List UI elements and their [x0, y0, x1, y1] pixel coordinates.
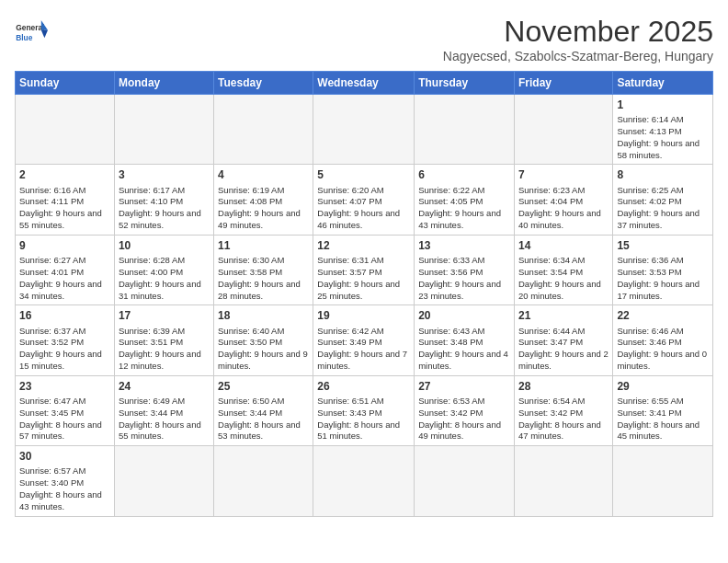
svg-text:General: General [16, 23, 44, 32]
day-number: 22 [617, 308, 709, 323]
day-number: 11 [218, 238, 309, 253]
day-info: Sunrise: 6:43 AMSunset: 3:48 PMDaylight:… [418, 326, 510, 373]
calendar-cell [214, 95, 313, 165]
calendar-cell: 8Sunrise: 6:25 AMSunset: 4:02 PMDaylight… [613, 165, 713, 235]
day-info: Sunrise: 6:39 AMSunset: 3:51 PMDaylight:… [119, 326, 210, 373]
day-number: 16 [19, 308, 110, 323]
day-number: 4 [218, 167, 309, 182]
week-row-4: 16Sunrise: 6:37 AMSunset: 3:52 PMDayligh… [16, 305, 713, 375]
day-number: 20 [418, 308, 510, 323]
day-info: Sunrise: 6:40 AMSunset: 3:50 PMDaylight:… [218, 326, 309, 373]
calendar-cell: 20Sunrise: 6:43 AMSunset: 3:48 PMDayligh… [415, 305, 515, 375]
day-info: Sunrise: 6:33 AMSunset: 3:56 PMDaylight:… [418, 255, 510, 302]
calendar-cell: 28Sunrise: 6:54 AMSunset: 3:42 PMDayligh… [514, 375, 612, 445]
day-info: Sunrise: 6:46 AMSunset: 3:46 PMDaylight:… [617, 326, 709, 373]
day-info: Sunrise: 6:42 AMSunset: 3:49 PMDaylight:… [317, 326, 410, 373]
week-row-1: 1Sunrise: 6:14 AMSunset: 4:13 PMDaylight… [16, 95, 713, 165]
day-info: Sunrise: 6:50 AMSunset: 3:44 PMDaylight:… [218, 396, 309, 442]
day-info: Sunrise: 6:14 AMSunset: 4:13 PMDaylight:… [617, 114, 709, 161]
day-number: 13 [418, 238, 510, 253]
header: General Blue November 2025 Nagyecsed, Sz… [15, 15, 713, 63]
day-info: Sunrise: 6:23 AMSunset: 4:04 PMDaylight:… [518, 185, 609, 232]
day-info: Sunrise: 6:37 AMSunset: 3:52 PMDaylight:… [19, 326, 110, 373]
day-info: Sunrise: 6:54 AMSunset: 3:42 PMDaylight:… [518, 396, 609, 442]
day-info: Sunrise: 6:53 AMSunset: 3:42 PMDaylight:… [418, 396, 510, 442]
day-number: 17 [119, 308, 210, 323]
calendar-cell: 4Sunrise: 6:19 AMSunset: 4:08 PMDaylight… [214, 165, 313, 235]
calendar-cell: 19Sunrise: 6:42 AMSunset: 3:49 PMDayligh… [313, 305, 415, 375]
calendar-cell: 9Sunrise: 6:27 AMSunset: 4:01 PMDaylight… [16, 235, 115, 304]
calendar-cell [415, 446, 515, 516]
calendar-cell [514, 446, 612, 516]
day-number: 9 [19, 238, 110, 253]
day-info: Sunrise: 6:36 AMSunset: 3:53 PMDaylight:… [617, 255, 709, 302]
day-info: Sunrise: 6:27 AMSunset: 4:01 PMDaylight:… [19, 255, 110, 302]
weekday-header-monday: Monday [114, 72, 213, 95]
calendar-cell [114, 446, 213, 516]
day-info: Sunrise: 6:25 AMSunset: 4:02 PMDaylight:… [617, 185, 709, 232]
calendar-cell: 7Sunrise: 6:23 AMSunset: 4:04 PMDaylight… [514, 165, 612, 235]
svg-text:Blue: Blue [16, 33, 33, 42]
calendar-cell [313, 446, 415, 516]
weekday-header-saturday: Saturday [613, 72, 713, 95]
day-info: Sunrise: 6:22 AMSunset: 4:05 PMDaylight:… [418, 185, 510, 232]
day-number: 8 [617, 167, 709, 182]
day-number: 23 [19, 379, 110, 394]
calendar-cell [16, 95, 115, 165]
weekday-header-sunday: Sunday [16, 72, 115, 95]
calendar-cell: 21Sunrise: 6:44 AMSunset: 3:47 PMDayligh… [514, 305, 612, 375]
day-number: 29 [617, 379, 709, 394]
day-number: 21 [518, 308, 609, 323]
day-info: Sunrise: 6:44 AMSunset: 3:47 PMDaylight:… [518, 326, 609, 373]
calendar-cell: 18Sunrise: 6:40 AMSunset: 3:50 PMDayligh… [214, 305, 313, 375]
day-number: 6 [418, 167, 510, 182]
weekday-header-thursday: Thursday [415, 72, 515, 95]
calendar-cell: 26Sunrise: 6:51 AMSunset: 3:43 PMDayligh… [313, 375, 415, 445]
day-number: 19 [317, 308, 410, 323]
day-number: 28 [518, 379, 609, 394]
day-info: Sunrise: 6:34 AMSunset: 3:54 PMDaylight:… [518, 255, 609, 302]
day-number: 26 [317, 379, 410, 394]
calendar-cell: 11Sunrise: 6:30 AMSunset: 3:58 PMDayligh… [214, 235, 313, 304]
day-info: Sunrise: 6:30 AMSunset: 3:58 PMDaylight:… [218, 255, 309, 302]
day-number: 27 [418, 379, 510, 394]
calendar-cell: 27Sunrise: 6:53 AMSunset: 3:42 PMDayligh… [415, 375, 515, 445]
day-info: Sunrise: 6:47 AMSunset: 3:45 PMDaylight:… [19, 396, 110, 442]
day-number: 10 [119, 238, 210, 253]
calendar-cell: 29Sunrise: 6:55 AMSunset: 3:41 PMDayligh… [613, 375, 713, 445]
calendar-cell [114, 95, 213, 165]
day-number: 14 [518, 238, 609, 253]
weekday-header-friday: Friday [514, 72, 612, 95]
calendar-cell: 23Sunrise: 6:47 AMSunset: 3:45 PMDayligh… [16, 375, 115, 445]
day-number: 12 [317, 238, 410, 253]
month-title: November 2025 [443, 15, 713, 49]
day-number: 15 [617, 238, 709, 253]
day-info: Sunrise: 6:16 AMSunset: 4:11 PMDaylight:… [19, 185, 110, 232]
calendar-cell: 1Sunrise: 6:14 AMSunset: 4:13 PMDaylight… [613, 95, 713, 165]
week-row-6: 30Sunrise: 6:57 AMSunset: 3:40 PMDayligh… [16, 446, 713, 516]
calendar-cell: 15Sunrise: 6:36 AMSunset: 3:53 PMDayligh… [613, 235, 713, 304]
weekday-header-row: SundayMondayTuesdayWednesdayThursdayFrid… [16, 72, 713, 95]
calendar-cell: 24Sunrise: 6:49 AMSunset: 3:44 PMDayligh… [114, 375, 213, 445]
day-number: 5 [317, 167, 410, 182]
day-number: 3 [119, 167, 210, 182]
calendar-cell: 17Sunrise: 6:39 AMSunset: 3:51 PMDayligh… [114, 305, 213, 375]
weekday-header-tuesday: Tuesday [214, 72, 313, 95]
week-row-5: 23Sunrise: 6:47 AMSunset: 3:45 PMDayligh… [16, 375, 713, 445]
location-title: Nagyecsed, Szabolcs-Szatmar-Bereg, Hunga… [443, 49, 713, 63]
weekday-header-wednesday: Wednesday [313, 72, 415, 95]
logo: General Blue [15, 15, 48, 48]
calendar-cell [514, 95, 612, 165]
calendar-cell: 30Sunrise: 6:57 AMSunset: 3:40 PMDayligh… [16, 446, 115, 516]
calendar-cell [313, 95, 415, 165]
calendar-cell: 3Sunrise: 6:17 AMSunset: 4:10 PMDaylight… [114, 165, 213, 235]
calendar-cell: 25Sunrise: 6:50 AMSunset: 3:44 PMDayligh… [214, 375, 313, 445]
day-info: Sunrise: 6:55 AMSunset: 3:41 PMDaylight:… [617, 396, 709, 442]
day-info: Sunrise: 6:51 AMSunset: 3:43 PMDaylight:… [317, 396, 410, 442]
day-number: 18 [218, 308, 309, 323]
title-area: November 2025 Nagyecsed, Szabolcs-Szatma… [443, 15, 713, 63]
calendar-cell: 6Sunrise: 6:22 AMSunset: 4:05 PMDaylight… [415, 165, 515, 235]
calendar-cell: 5Sunrise: 6:20 AMSunset: 4:07 PMDaylight… [313, 165, 415, 235]
day-info: Sunrise: 6:19 AMSunset: 4:08 PMDaylight:… [218, 185, 309, 232]
day-number: 2 [19, 167, 110, 182]
